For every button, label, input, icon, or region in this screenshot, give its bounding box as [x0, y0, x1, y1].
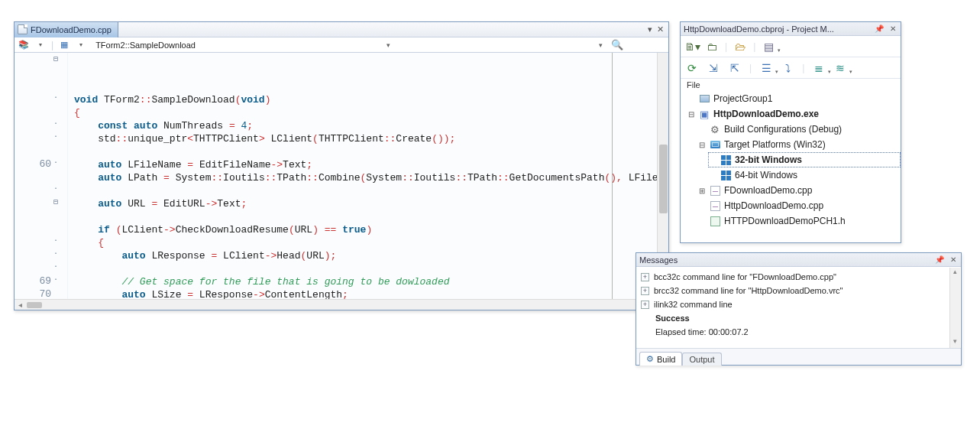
messages-list[interactable]: +bcc32c command line for "FDownloadDemo.… — [636, 267, 961, 348]
project-toolbar-row1: 🗎▾ 🗀 | 🗁 | ▤▾ — [681, 36, 901, 57]
scroll-down-icon[interactable]: ▾ — [950, 337, 960, 348]
expand-icon[interactable]: + — [641, 273, 649, 281]
code-line[interactable]: auto LFileName = EditFileName->Text; — [74, 158, 667, 171]
messages-tab-label: Build — [657, 355, 675, 364]
folder-icon[interactable]: 🗁 — [733, 40, 747, 54]
close-icon[interactable]: ✕ — [888, 24, 898, 33]
build-icon: ⚙ — [646, 354, 654, 364]
editor-nav-bar: 📚 ▾ | ▦ ▾ TForm2::SampleDownload ▾ ▾ 🔍 — [15, 37, 668, 53]
tree-item[interactable]: HttpDownloadDemo.cpp — [697, 198, 901, 213]
scroll-up-icon[interactable]: ▴ — [950, 268, 960, 278]
new-folder-icon[interactable]: 🗀 — [705, 40, 719, 54]
project-panel-title: HttpDownloadDemo.cbproj - Project M... — [684, 24, 834, 34]
code-line[interactable] — [74, 262, 667, 275]
expand-toggle-icon[interactable]: ⊟ — [697, 141, 706, 149]
search-icon[interactable]: 🔍 — [611, 39, 623, 50]
tab-dropdown-icon[interactable]: ▾ — [648, 24, 652, 34]
scope-dropdown-label: TForm2::SampleDownload — [95, 41, 196, 50]
file-icon — [18, 24, 27, 34]
editor-tab-label: FDownloadDemo.cpp — [31, 25, 112, 34]
expand-icon[interactable]: + — [641, 287, 649, 295]
tree-item[interactable]: ⚙Build Configurations (Debug) — [697, 122, 901, 137]
messages-tab[interactable]: Output — [682, 353, 721, 366]
code-line[interactable]: std::unique_ptr<THTTPClient> LClient(THT… — [74, 132, 667, 145]
member-dropdown[interactable]: ▾ — [399, 38, 606, 52]
tree-item-label: 32-bit Windows — [735, 154, 802, 165]
tab-close-icon[interactable]: ✕ — [657, 24, 664, 34]
bookmark-icon[interactable]: 📚 — [18, 39, 30, 51]
tree-item[interactable]: ⊞FDownloadDemo.cpp — [697, 183, 901, 198]
message-text: Elapsed time: 00:00:07.2 — [655, 327, 749, 336]
tree-item[interactable]: ProjectGroup1 — [687, 91, 901, 106]
message-row[interactable]: +brcc32 command line for "HttpDownloadDe… — [641, 284, 956, 297]
scroll-thumb[interactable] — [659, 145, 668, 213]
options-icon[interactable]: ▤▾ — [762, 40, 775, 54]
close-icon[interactable]: ✕ — [949, 255, 958, 264]
code-line[interactable]: auto LPath = System::Ioutils::TPath::Com… — [74, 171, 667, 184]
message-row[interactable]: Elapsed time: 00:00:07.2 — [641, 325, 956, 339]
messages-scrollbar[interactable]: ▴ ▾ — [949, 268, 960, 348]
tree-item-label: 64-bit Windows — [735, 170, 797, 180]
expand-toggle-icon[interactable]: ⊟ — [687, 110, 695, 119]
message-row[interactable]: +bcc32c command line for "FDownloadDemo.… — [641, 270, 956, 284]
code-line[interactable]: { — [74, 236, 667, 249]
layers-icon[interactable]: ≋▾ — [833, 61, 847, 75]
pin-icon[interactable]: 📌 — [933, 255, 946, 264]
scope-dropdown[interactable]: TForm2::SampleDownload ▾ — [92, 38, 394, 52]
code-line[interactable]: auto LResponse = LClient->Head(URL); — [74, 249, 667, 262]
tree-item[interactable]: ⊟Target Platforms (Win32) — [697, 137, 901, 152]
project-toolbar-row2: ⟳ ⇲ ⇱ | ☰▾ ⤵ | ≣▾ ≋▾ — [681, 57, 901, 79]
editor-panel: FDownloadDemo.cpp ▾ ✕ 📚 ▾ | ▦ ▾ TForm2::… — [14, 21, 669, 310]
class-dropdown-icon[interactable]: ▾ — [75, 39, 87, 51]
project-tree[interactable]: ProjectGroup1⊟▣HttpDownloadDemo.exe ⚙Bui… — [681, 89, 901, 242]
code-line[interactable]: void TForm2::SampleDownload(void) — [74, 93, 667, 106]
tree-item[interactable]: 64-bit Windows — [708, 167, 901, 183]
caret-position-guide — [612, 53, 613, 299]
refresh-icon[interactable]: ⟳ — [685, 61, 699, 75]
code-line[interactable] — [74, 145, 667, 158]
message-row[interactable]: +ilink32 command line — [641, 297, 956, 311]
tree-item[interactable]: 32-bit Windows — [708, 152, 901, 167]
project-manager-panel: HttpDownloadDemo.cbproj - Project M... 📌… — [680, 21, 901, 243]
pin-icon[interactable]: 📌 — [873, 24, 885, 33]
code-line[interactable]: if (LClient->CheckDownloadResume(URL) ==… — [74, 223, 667, 236]
tree-item-label: FDownloadDemo.cpp — [724, 185, 812, 196]
messages-title-bar[interactable]: Messages 📌 ✕ — [636, 253, 961, 267]
message-text: brcc32 command line for "HttpDownloadDem… — [654, 286, 843, 295]
code-line[interactable]: const auto NumThreads = 4; — [74, 119, 667, 132]
code-line[interactable]: // Get space for the file that is going … — [74, 275, 667, 288]
editor-tab-active[interactable]: FDownloadDemo.cpp — [15, 22, 118, 37]
message-text: ilink32 command line — [654, 300, 733, 309]
gutter: 606970 ⊟·····⊟···· — [15, 53, 68, 299]
scroll-thumb[interactable] — [27, 302, 42, 308]
stack-icon[interactable]: ≣▾ — [812, 61, 826, 75]
list-icon[interactable]: ☰▾ — [759, 61, 773, 75]
sync-icon[interactable]: ⤵ — [781, 61, 794, 75]
code-line[interactable] — [74, 184, 667, 197]
tree-item[interactable]: ⊟▣HttpDownloadDemo.exe — [687, 106, 901, 122]
code-text[interactable]: void TForm2::SampleDownload(void){ const… — [68, 53, 668, 299]
code-line[interactable]: { — [74, 106, 667, 119]
bookmark-dropdown-icon[interactable]: ▾ — [34, 39, 47, 51]
code-line[interactable]: auto LSize = LResponse->ContentLength; — [74, 288, 667, 299]
collapse-icon[interactable]: ⇱ — [728, 61, 742, 75]
horizontal-scrollbar[interactable]: ◂ — [15, 299, 668, 310]
message-row[interactable]: Success — [641, 311, 956, 325]
add-icon[interactable]: 🗎▾ — [685, 40, 699, 54]
tree-item-label: HTTPDownloadDemoPCH1.h — [724, 216, 846, 226]
scroll-left-icon[interactable]: ◂ — [15, 301, 25, 309]
fold-column[interactable]: ⊟·····⊟···· — [51, 53, 60, 299]
code-line[interactable] — [74, 210, 667, 223]
code-line[interactable]: auto URL = EditURL->Text; — [74, 197, 667, 210]
tree-item-label: HttpDownloadDemo.cpp — [724, 200, 823, 211]
expand-toggle-icon[interactable]: ⊞ — [697, 187, 706, 195]
line-number-column: 606970 — [27, 53, 51, 299]
file-column-header: File — [681, 79, 901, 89]
expand-icon[interactable]: ⇲ — [707, 61, 720, 75]
project-panel-title-bar[interactable]: HttpDownloadDemo.cbproj - Project M... 📌… — [681, 22, 901, 36]
expand-icon[interactable]: + — [641, 301, 649, 309]
messages-tab[interactable]: ⚙Build — [639, 352, 682, 366]
breakpoint-column[interactable] — [15, 53, 27, 299]
tree-item[interactable]: HTTPDownloadDemoPCH1.h — [697, 213, 901, 229]
class-icon[interactable]: ▦ — [58, 39, 70, 51]
